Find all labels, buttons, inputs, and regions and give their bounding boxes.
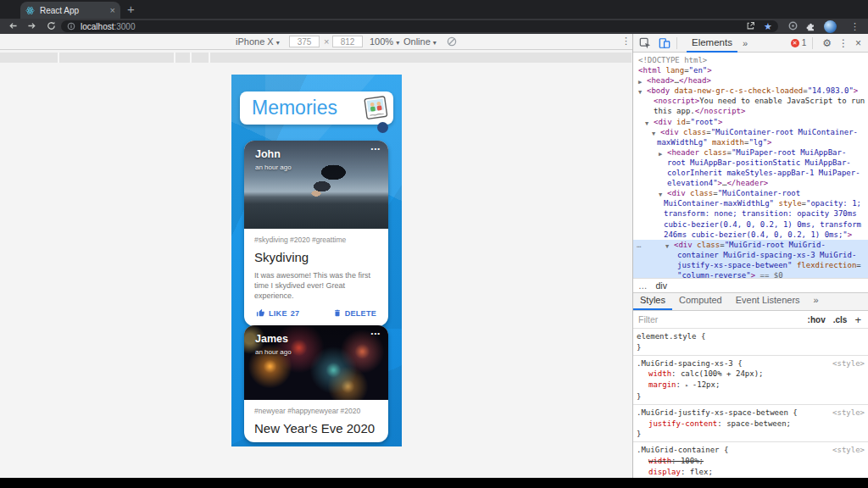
device-toolbar-menu-icon[interactable]: ⋮ [621, 36, 631, 47]
dom-token: "lg" [748, 138, 767, 147]
css-property[interactable]: justify-content: space-between; [637, 419, 865, 430]
zoom-select[interactable]: 100% ▾ [370, 36, 399, 47]
css-selector[interactable]: .MuiGrid-container { [637, 446, 728, 454]
dom-tree-line[interactable]: <noscript>You need to enable JavaScript … [633, 96, 868, 106]
dom-tree-line[interactable]: elevation4">…</header> [633, 178, 868, 188]
browser-menu-icon[interactable]: ⋮ [850, 19, 860, 34]
dom-tree-line[interactable]: <!DOCTYPE html> [633, 55, 868, 65]
dom-tree-line[interactable]: 246ms cubic-bezier(0.4, 0, 0.2, 1) 0ms;"… [633, 230, 868, 240]
breadcrumb-ellipsis[interactable]: … [638, 280, 648, 291]
inline-ellipsis[interactable]: … [637, 240, 641, 250]
ruler-tick [58, 53, 59, 63]
dom-tree-line[interactable]: …▼<div class="MuiGrid-root MuiGrid- [633, 240, 868, 250]
breadcrumb-node[interactable]: div [656, 280, 667, 291]
styles-tab-computed[interactable]: Computed [672, 292, 729, 310]
new-tab-button[interactable]: + [127, 1, 135, 18]
dom-tree-line[interactable]: cubic-bezier(0.4, 0, 0.2, 1) 0ms, transf… [633, 219, 868, 230]
toggle-classes-button[interactable]: .cls [833, 315, 848, 324]
css-selector[interactable]: .MuiGrid-justify-xs-space-between { [637, 408, 798, 417]
styles-filter-input[interactable] [633, 311, 801, 328]
styles-tab-more[interactable]: » [807, 292, 826, 310]
dom-tree-line[interactable]: maxWidthLg" maxidth="lg"> [633, 137, 868, 147]
dom-tree-line[interactable]: ▶<header class="MuiPaper-root MuiAppBar- [633, 147, 868, 158]
dom-tree: <!DOCTYPE html><html lang="en">▶<head>…<… [633, 53, 868, 278]
stylesheet-source-link[interactable]: <style> [832, 445, 865, 456]
css-colon: : [671, 369, 681, 378]
extensions-puzzle-icon[interactable] [806, 21, 816, 31]
dom-tree-line[interactable]: ▼<div class="MuiContainer-root [633, 188, 868, 198]
device-width-input[interactable] [289, 36, 320, 47]
styles-tab-event-listeners[interactable]: Event Listeners [729, 292, 807, 310]
dom-token: "MuiContainer-root [718, 189, 801, 197]
element-style-rule[interactable]: element.style { } [633, 329, 868, 356]
delete-button[interactable]: DELETE [333, 308, 376, 318]
brace: } [637, 343, 641, 352]
css-property[interactable]: display: flex; [637, 467, 865, 478]
css-property[interactable]: margin: ▸ -12px; [637, 380, 865, 391]
dom-tree-line[interactable]: colorInherit makeStyles-appBar-1 MuiPape… [633, 168, 868, 178]
toggle-hover-button[interactable]: :hov [808, 315, 826, 324]
thumb-up-icon [256, 308, 265, 318]
device-toolbar: iPhone X ▾ × 100% ▾ Online ▾ ⋮ [0, 34, 632, 50]
device-height-input[interactable] [332, 36, 363, 47]
dom-tree-line[interactable]: ▼<div class="MuiContainer-root MuiContai… [633, 127, 868, 137]
more-tabs-chevron[interactable]: » [743, 38, 748, 48]
new-style-rule-button[interactable]: + [854, 313, 861, 326]
settings-gear-icon[interactable]: ⚙ [822, 35, 832, 52]
stylesheet-source-link[interactable]: <style> [832, 358, 865, 369]
styles-tab-styles[interactable]: Styles [633, 292, 672, 310]
post-menu-icon[interactable]: ••• [371, 330, 381, 337]
like-button[interactable]: LIKE27 [256, 308, 299, 318]
dom-tree-line[interactable]: transform: none; transition: opacity 370… [633, 208, 868, 219]
dom-tree-line[interactable]: <html lang="en"> [633, 65, 868, 75]
stylesheet-source-link[interactable]: <style> [832, 408, 865, 419]
css-rule[interactable]: .MuiGrid-container {<style>width: 100%;d… [633, 442, 868, 478]
toggle-device-toolbar-icon[interactable] [659, 37, 670, 49]
error-badge[interactable]: ✕ 1 [791, 38, 807, 47]
dom-tree-line[interactable]: MuiContainer-maxWidthLg" style="opacity:… [633, 198, 868, 208]
dom-tree-line[interactable]: justify-xs-space-between" flexdirection= [633, 260, 868, 270]
network-throttle-select[interactable]: Online ▾ [403, 36, 437, 47]
dom-token: class [679, 128, 707, 136]
profile-avatar[interactable] [824, 20, 837, 33]
dom-tree-line[interactable]: container MuiGrid-spacing-xs-3 MuiGrid- [633, 250, 868, 260]
dom-token: colorInherit makeStyles-appBar-1 MuiPape… [667, 169, 860, 177]
forward-icon[interactable] [26, 20, 37, 31]
dom-tree-line[interactable]: ▶<head>…</head> [633, 75, 868, 86]
browser-tab[interactable]: React App × [20, 2, 120, 19]
ruler-tick [209, 53, 210, 63]
tab-close-icon[interactable]: × [110, 6, 115, 15]
dom-token: > [718, 118, 722, 126]
post-menu-icon[interactable]: ••• [371, 145, 381, 152]
css-rule[interactable]: .MuiGrid-justify-xs-space-between {<styl… [633, 405, 868, 442]
extension-icon[interactable] [788, 21, 798, 30]
dom-token: <div [660, 128, 679, 136]
device-select[interactable]: iPhone X ▾ [236, 36, 280, 47]
css-rule-header: .MuiGrid-justify-xs-space-between {<styl… [637, 408, 865, 419]
devtools-menu-icon[interactable]: ⋮ [838, 35, 849, 52]
dom-token: "root" [690, 118, 718, 126]
expand-arrow-icon[interactable]: ▸ [685, 382, 692, 389]
bookmark-star-icon[interactable]: ★ [764, 19, 772, 33]
css-rule[interactable]: .MuiGrid-spacing-xs-3 {<style>width: cal… [633, 356, 868, 405]
dom-tree-line[interactable]: root MuiAppBar-positionStatic MuiAppBar- [633, 158, 868, 168]
css-selector[interactable]: .MuiGrid-spacing-xs-3 { [637, 359, 743, 368]
css-property[interactable]: width: 100%; [637, 456, 865, 467]
reload-icon[interactable] [46, 20, 57, 31]
dom-tree-line[interactable]: "column-reverse"> == $0 [633, 270, 868, 278]
css-property[interactable]: width: calc(100% + 24px); [637, 369, 865, 380]
site-info-icon[interactable] [61, 22, 75, 30]
dom-tree-line[interactable]: ▼<div id="root"> [633, 117, 868, 127]
address-bar[interactable]: localhost:3000 [61, 20, 778, 32]
devtools-close-icon[interactable]: × [855, 35, 861, 52]
css-selector[interactable]: element.style [637, 332, 696, 341]
share-icon[interactable] [746, 21, 755, 30]
back-icon[interactable] [8, 20, 19, 31]
inspect-element-icon[interactable] [639, 37, 651, 49]
dom-tree-line[interactable]: this app.</noscript> [633, 106, 868, 116]
rotate-disabled-icon[interactable] [447, 36, 457, 47]
post-time: an hour ago [255, 348, 292, 356]
css-rule-header: .MuiGrid-spacing-xs-3 {<style> [637, 358, 865, 369]
dom-tree-line[interactable]: ▼<body data-new-gr-c-s-check-loaded="14.… [633, 86, 868, 96]
tab-elements[interactable]: Elements [687, 34, 737, 53]
